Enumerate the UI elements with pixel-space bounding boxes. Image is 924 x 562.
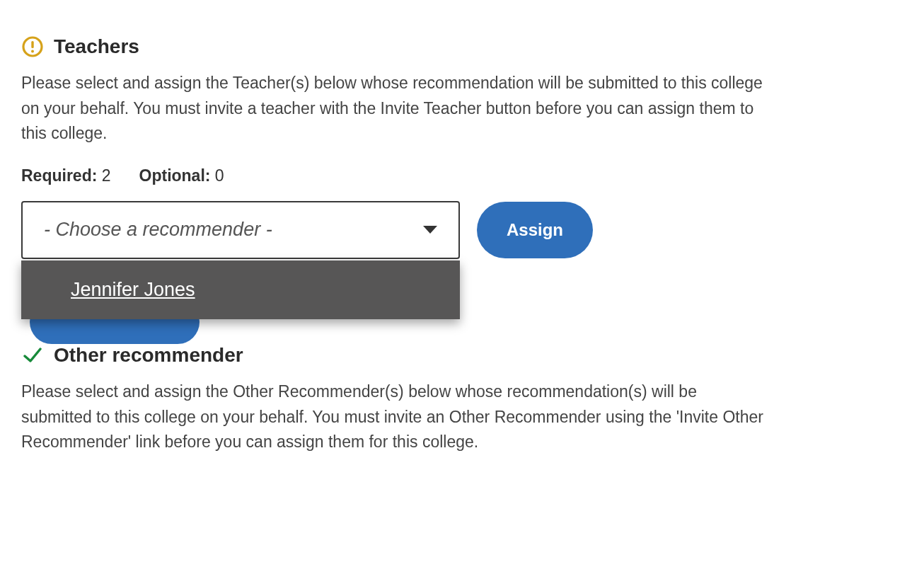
dropdown-option[interactable]: Jennifer Jones (21, 260, 460, 319)
check-icon (21, 344, 44, 367)
teachers-counts: Required: 2 Optional: 0 (21, 166, 903, 185)
optional-label: Optional: (139, 166, 211, 185)
required-value: 2 (102, 166, 111, 185)
required-count: Required: 2 (21, 166, 111, 185)
other-header: Other recommender (21, 344, 903, 367)
other-title: Other recommender (54, 344, 243, 367)
teachers-title: Teachers (54, 35, 139, 58)
teachers-section: Teachers Please select and assign the Te… (21, 35, 903, 259)
required-label: Required: (21, 166, 97, 185)
svg-rect-1 (31, 41, 33, 48)
assign-row: - Choose a recommender - Jennifer Jones … (21, 201, 903, 259)
dropdown-menu: Jennifer Jones (21, 260, 460, 319)
teachers-header: Teachers (21, 35, 903, 58)
dropdown-placeholder: - Choose a recommender - (44, 219, 272, 241)
other-recommender-section: Other recommender Please select and assi… (21, 344, 903, 455)
optional-value: 0 (215, 166, 224, 185)
assign-button[interactable]: Assign (477, 202, 593, 258)
warning-icon (21, 35, 44, 58)
optional-count: Optional: 0 (139, 166, 224, 185)
svg-point-2 (31, 50, 34, 53)
recommender-dropdown[interactable]: - Choose a recommender - Jennifer Jones (21, 201, 460, 259)
teachers-description: Please select and assign the Teacher(s) … (21, 71, 771, 147)
dropdown-trigger[interactable]: - Choose a recommender - (21, 201, 460, 259)
other-description: Please select and assign the Other Recom… (21, 379, 771, 455)
chevron-down-icon (423, 226, 437, 234)
